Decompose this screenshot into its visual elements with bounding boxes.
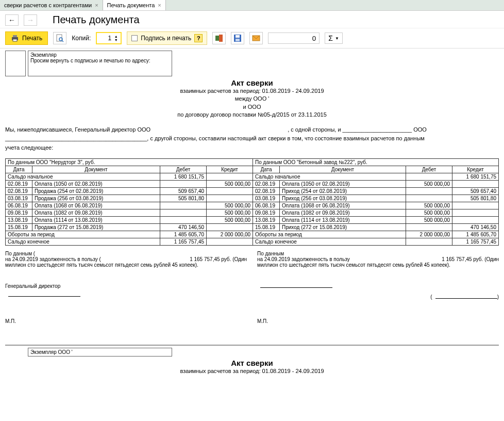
email-button[interactable]: [249, 32, 263, 44]
print-button-label: Печать: [22, 35, 42, 42]
printer-icon: [11, 34, 19, 42]
left-header: По данным ООО "Нерудторг З", руб.: [6, 159, 253, 166]
envelope-icon: [252, 35, 260, 42]
exemplar-title: Экземпляр: [30, 52, 170, 58]
preamble: Мы, нижеподписавшиеся, Генеральный дирек…: [5, 125, 499, 153]
document-area: Экземпляр Просим вернуть с подписью и пе…: [5, 51, 499, 376]
reconciliation-table: По данным ООО "Нерудторг З", руб. По дан…: [5, 158, 499, 246]
mp-right: М.П.: [257, 318, 499, 324]
copies-input[interactable]: [97, 34, 112, 42]
sign-label: Подпись и печать: [141, 35, 191, 42]
svg-rect-9: [236, 35, 240, 38]
name-line: [435, 298, 497, 299]
gendir-label: Генеральный директор: [5, 283, 60, 289]
save-button[interactable]: [231, 32, 244, 44]
table-row: 13.08.19Оплата (1114 от 13.08.2019)500 0…: [6, 217, 499, 224]
tab-reconciliation[interactable]: сверки расчетов с контрагентами ×: [0, 0, 103, 10]
document-search-icon: [56, 34, 64, 42]
diskette-icon: [233, 34, 242, 42]
signature-line: [260, 287, 332, 288]
doc-period-2: взаимных расчетов за период: 01.08.2019 …: [5, 367, 499, 375]
tab-label: сверки расчетов с контрагентами: [4, 2, 92, 8]
number-input[interactable]: [268, 33, 320, 44]
dropdown-arrow-icon: ▼: [335, 36, 339, 41]
help-icon[interactable]: ?: [194, 34, 203, 42]
signature-line: [8, 296, 80, 297]
close-icon[interactable]: ×: [158, 2, 161, 8]
copies-label: Копий:: [72, 35, 91, 42]
svg-line-5: [62, 40, 63, 42]
checkbox-icon[interactable]: [131, 35, 138, 41]
stamp-box: [5, 51, 26, 76]
tab-label: Печать документа: [107, 2, 155, 8]
doc-title: Акт сверки: [5, 78, 499, 87]
exemplar-return: Просим вернуть с подписью и печатью по а…: [30, 58, 170, 63]
doc-title-2: Акт сверки: [5, 359, 499, 367]
exemplar-box: Экземпляр Просим вернуть с подписью и пе…: [28, 51, 172, 76]
nav-forward-button[interactable]: →: [24, 14, 37, 26]
table-row: 02.08.19Оплата (1050 от 02.08.2019)500 0…: [6, 181, 499, 188]
second-exemplar: Экземпляр ООО ' Акт сверки взаимных расч…: [5, 345, 499, 375]
mp-left: М.П.: [5, 318, 247, 324]
doc-contract: по договору договор поставки №05-д/2015 …: [5, 111, 499, 119]
table-row: 06.08.19Оплата (1068 от 06.08.2019)500 0…: [6, 202, 499, 209]
copies-spinner[interactable]: ▲▼: [96, 32, 122, 44]
office-export-button[interactable]: [212, 32, 226, 44]
right-header: По данным ООО "Бетонный завод №222", руб…: [253, 159, 499, 166]
page-title: Печать документа: [53, 14, 140, 26]
header: ← → Печать документа: [0, 11, 504, 28]
office-icon: [215, 34, 223, 42]
doc-and: и ООО: [5, 103, 499, 111]
table-row: 15.08.19Продажа (272 от 15.08.2019)470 1…: [6, 224, 499, 231]
exemplar-box-2: Экземпляр ООО ': [28, 348, 172, 357]
debt-summary: По данным ( на 24.09.2019 задолженность …: [5, 251, 499, 268]
nav-back-button[interactable]: ←: [5, 14, 19, 26]
sum-button[interactable]: Σ ▼: [325, 33, 343, 44]
tab-bar: сверки расчетов с контрагентами × Печать…: [0, 0, 504, 11]
sign-and-stamp-button[interactable]: Подпись и печать ?: [127, 31, 207, 45]
stamp-row: М.П. М.П.: [5, 318, 499, 324]
doc-between: между ООО ': [5, 95, 499, 103]
print-button[interactable]: Печать: [5, 31, 48, 45]
table-row: 02.08.19Продажа (254 от 02.08.2019)509 6…: [6, 188, 499, 195]
svg-rect-1: [13, 35, 17, 37]
close-icon[interactable]: ×: [95, 2, 98, 8]
preview-button[interactable]: [53, 32, 66, 44]
svg-rect-2: [13, 39, 17, 41]
spinner-arrows[interactable]: ▲▼: [112, 35, 120, 42]
sigma-icon: Σ: [328, 34, 333, 42]
table-row: 09.08.19Оплата (1082 от 09.08.2019)500 0…: [6, 209, 499, 217]
toolbar: Печать Копий: ▲▼ Подпись и печать ? Σ ▼: [0, 28, 504, 48]
doc-period: взаимных расчетов за период: 01.08.2019 …: [5, 87, 499, 95]
svg-rect-10: [236, 39, 240, 41]
table-row: 03.08.19Продажа (256 от 03.08.2019)505 8…: [6, 195, 499, 202]
signature-block: Генеральный директор (): [5, 283, 499, 300]
tab-print-document[interactable]: Печать документа ×: [103, 0, 166, 10]
svg-rect-7: [219, 35, 223, 42]
